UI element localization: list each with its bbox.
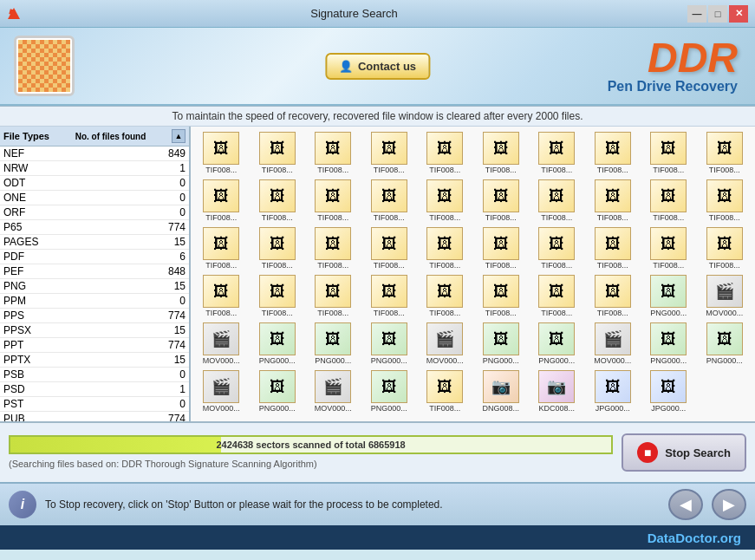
list-item[interactable]: 🖼 TIF008... [698,178,752,224]
file-thumbnail: 🖼 [371,275,407,308]
list-item[interactable]: 🖼 TIF008... [418,178,472,224]
list-item[interactable]: 🖼 TIF008... [418,225,472,271]
list-item[interactable]: 🖼 PNG000... [306,321,361,367]
list-item[interactable]: PEF848 [0,264,189,279]
list-item[interactable]: 🖼 TIF008... [251,178,305,224]
list-item[interactable]: PPS774 [0,309,189,323]
file-label: TIF008... [252,166,303,174]
info-bar: To maintain the speed of recovery, recov… [0,107,755,127]
list-item[interactable]: 🖼 PNG000... [641,321,696,367]
list-item[interactable]: PDF6 [0,250,189,264]
list-item[interactable]: 🖼 TIF008... [530,130,584,176]
list-item[interactable]: PPT774 [0,338,189,353]
list-item[interactable]: 🖼 TIF008... [474,130,529,176]
list-item[interactable]: 🎬 MOV000... [306,368,361,414]
list-item[interactable]: 🖼 TIF008... [474,178,529,224]
list-item[interactable]: 🖼 TIF008... [474,273,529,319]
list-item[interactable]: 🖼 TIF008... [641,130,696,176]
list-item[interactable]: 🖼 TIF008... [698,225,752,271]
list-item[interactable]: 🖼 TIF008... [194,273,249,319]
list-item[interactable]: PUB774 [0,412,189,421]
file-thumbnail: 🖼 [650,179,687,212]
list-item[interactable]: 🎬 MOV000... [418,321,472,367]
list-item[interactable]: 🖼 TIF008... [251,273,305,319]
list-item[interactable]: PPTX15 [0,353,189,368]
list-item[interactable]: PSD1 [0,382,189,397]
list-item[interactable]: 🖼 PNG000... [251,321,305,367]
list-item[interactable]: NRW1 [0,161,189,176]
list-item[interactable]: 🎬 MOV000... [194,321,249,367]
list-item[interactable]: 🖼 TIF008... [586,130,641,176]
forward-button[interactable]: ▶ [712,489,746,520]
list-item[interactable]: 🖼 TIF008... [698,130,752,176]
list-item[interactable]: 📷 DNG008... [474,368,529,414]
list-item[interactable]: 🖼 TIF008... [418,368,472,414]
scroll-up-button[interactable]: ▲ [172,129,185,143]
contact-button[interactable]: 👤 Contact us [325,53,430,80]
list-item[interactable]: 🖼 TIF008... [306,225,361,271]
list-item[interactable]: 🖼 TIF008... [586,225,641,271]
list-item[interactable]: ONE0 [0,191,189,205]
list-item[interactable]: PAGES15 [0,235,189,250]
list-item[interactable]: 🖼 JPG000... [641,368,696,414]
list-item[interactable]: 🖼 TIF008... [194,130,249,176]
list-item[interactable]: 🖼 TIF008... [194,225,249,271]
branding: DDR Pen Drive Recovery [608,37,738,94]
list-item[interactable]: 🖼 PNG000... [641,273,696,319]
list-item[interactable]: PSB0 [0,368,189,382]
file-types-list[interactable]: NEF849NRW1ODT0ONE0ORF0P65774PAGES15PDF6P… [0,147,189,421]
list-item[interactable]: 📷 KDC008... [530,368,584,414]
list-item[interactable]: ODT0 [0,176,189,191]
list-item[interactable]: 🖼 TIF008... [194,178,249,224]
file-type-label: ONE [3,192,55,204]
list-item[interactable]: PST0 [0,397,189,412]
minimize-button[interactable]: — [687,5,706,23]
list-item[interactable]: 🖼 TIF008... [474,225,529,271]
list-item[interactable]: 🖼 TIF008... [306,130,361,176]
file-label: PNG000... [700,356,751,365]
list-item[interactable]: 🖼 TIF008... [530,178,584,224]
list-item[interactable]: 🖼 TIF008... [586,273,641,319]
list-item[interactable]: 🖼 TIF008... [362,178,417,224]
file-thumbnail: 🎬 [706,275,743,308]
list-item[interactable]: 🖼 TIF008... [362,225,417,271]
list-item[interactable]: 🎬 MOV000... [586,321,641,367]
list-item[interactable]: 🖼 PNG000... [474,321,529,367]
list-item[interactable]: PPSX15 [0,323,189,338]
list-item[interactable]: NEF849 [0,147,189,161]
stop-search-button[interactable]: ■ Stop Search [622,433,746,472]
list-item[interactable]: ORF0 [0,205,189,220]
list-item[interactable]: 🖼 PNG000... [698,321,752,367]
list-item[interactable]: 🖼 TIF008... [362,130,417,176]
maximize-button[interactable]: □ [708,5,727,23]
list-item[interactable]: 🖼 JPG000... [586,368,641,414]
list-item[interactable]: 🖼 TIF008... [641,178,696,224]
list-item[interactable]: PPM0 [0,294,189,309]
list-item[interactable]: PNG15 [0,279,189,294]
back-button[interactable]: ◀ [668,489,703,520]
file-type-icon: 🎬 [212,329,231,348]
list-item[interactable]: 🖼 TIF008... [362,273,417,319]
list-item[interactable]: 🖼 TIF008... [306,178,361,224]
list-item[interactable]: 🖼 PNG000... [362,321,417,367]
list-item[interactable]: 🖼 PNG000... [251,368,305,414]
file-grid-panel[interactable]: 🖼 TIF008... 🖼 TIF008... 🖼 TIF008... 🖼 TI… [191,127,755,421]
list-item[interactable]: 🎬 MOV000... [194,368,249,414]
list-item[interactable]: 🖼 TIF008... [251,225,305,271]
list-item[interactable]: 🖼 PNG000... [362,368,417,414]
list-item[interactable]: 🖼 TIF008... [530,273,584,319]
list-item[interactable]: 🖼 TIF008... [251,130,305,176]
list-item[interactable]: 🖼 TIF008... [306,273,361,319]
list-item[interactable]: 🖼 TIF008... [586,178,641,224]
file-type-icon: 🖼 [437,235,452,253]
list-item[interactable]: 🖼 TIF008... [418,273,472,319]
list-item[interactable]: 🖼 TIF008... [641,225,696,271]
list-item[interactable]: 🖼 TIF008... [418,130,472,176]
close-button[interactable]: ✕ [729,5,748,23]
list-item[interactable]: 🖼 TIF008... [530,225,584,271]
list-item[interactable]: P65774 [0,220,189,235]
file-type-icon: 🖼 [270,187,285,205]
list-item[interactable]: 🖼 PNG000... [530,321,584,367]
list-item[interactable]: 🎬 MOV000... [698,273,752,319]
file-count: 848 [168,265,185,277]
